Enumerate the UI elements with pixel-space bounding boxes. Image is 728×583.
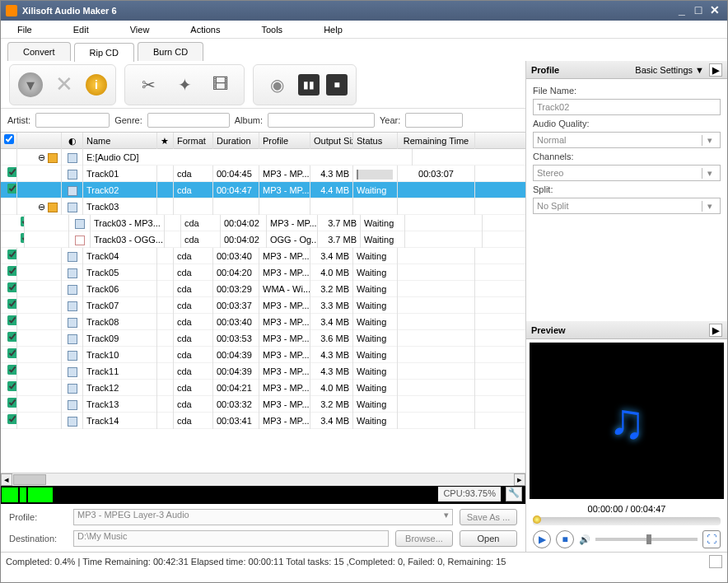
- audio-file-icon: [68, 170, 77, 180]
- audio-file-icon: [68, 334, 77, 344]
- table-row[interactable]: Track12cda00:04:21MP3 - MP...4.0 MBWaiti…: [1, 380, 525, 396]
- row-checkbox[interactable]: [7, 282, 17, 292]
- horizontal-scrollbar[interactable]: ◂ ▸: [1, 473, 525, 486]
- collapse-icon[interactable]: ⊖: [38, 152, 45, 162]
- quality-select[interactable]: Normal▾: [533, 132, 721, 148]
- menu-view[interactable]: View: [130, 25, 150, 35]
- minimize-button[interactable]: _: [674, 5, 689, 16]
- album-input[interactable]: [268, 113, 375, 128]
- snapshot-button[interactable]: ⛶: [702, 530, 721, 548]
- collapse-icon[interactable]: ⊖: [38, 202, 45, 212]
- table-row[interactable]: Track08cda00:03:40MP3 - MP...3.4 MBWaiti…: [1, 314, 525, 330]
- status-icon[interactable]: [709, 555, 722, 568]
- channels-select[interactable]: Stereo▾: [533, 165, 721, 181]
- row-checkbox[interactable]: [7, 167, 17, 177]
- volume-slider[interactable]: [595, 538, 698, 541]
- audio-file-icon: [68, 252, 77, 262]
- preview-time: 00:00:00 / 00:04:47: [526, 502, 727, 515]
- row-checkbox[interactable]: [7, 184, 17, 194]
- split-select[interactable]: No Split▾: [533, 198, 721, 214]
- info-button[interactable]: i: [86, 74, 107, 96]
- profile-select[interactable]: MP3 - MPEG Layer-3 Audio▾: [73, 509, 453, 525]
- row-checkbox[interactable]: [7, 365, 17, 375]
- profile-mode-dropdown[interactable]: Basic Settings ▼: [635, 65, 704, 75]
- track-table: ◐ Name ★ Format Duration Profile Output …: [1, 132, 525, 486]
- tab-convert[interactable]: Convert: [7, 42, 71, 61]
- table-row[interactable]: Track05cda00:04:20MP3 - MP...4.0 MBWaiti…: [1, 264, 525, 281]
- header-checkbox[interactable]: [4, 134, 14, 144]
- stop-preview-button[interactable]: ■: [556, 530, 574, 548]
- menu-file[interactable]: File: [17, 25, 32, 35]
- table-row[interactable]: ⊖ E:[Audio CD]: [1, 149, 525, 166]
- table-row[interactable]: Track10cda00:04:39MP3 - MP...4.3 MBWaiti…: [1, 347, 525, 363]
- col-duration[interactable]: Duration: [213, 133, 259, 149]
- play-button[interactable]: ▶: [533, 530, 551, 548]
- col-profile[interactable]: Profile: [259, 133, 310, 149]
- col-format[interactable]: Format: [174, 133, 213, 149]
- menu-bar: File Edit View Actions Tools Help: [1, 21, 727, 39]
- table-row[interactable]: Track11cda00:04:39MP3 - MP...4.3 MBWaiti…: [1, 363, 525, 380]
- tab-burn-cd[interactable]: Burn CD: [138, 42, 203, 61]
- table-header: ◐ Name ★ Format Duration Profile Output …: [1, 133, 525, 149]
- col-remaining[interactable]: Remaining Time: [398, 133, 475, 149]
- table-row[interactable]: ⊖ Track03: [1, 198, 525, 215]
- save-as-button[interactable]: Save As ...: [460, 509, 517, 525]
- col-name[interactable]: Name: [83, 133, 157, 149]
- volume-icon[interactable]: 🔊: [579, 534, 590, 545]
- tab-rip-cd[interactable]: Rip CD: [74, 43, 134, 62]
- row-checkbox[interactable]: [7, 381, 17, 391]
- stop-button[interactable]: ■: [326, 74, 348, 96]
- artist-input[interactable]: [35, 113, 110, 128]
- effects-button[interactable]: ✦: [170, 70, 199, 100]
- menu-edit[interactable]: Edit: [73, 25, 89, 35]
- maximize-button[interactable]: □: [691, 5, 706, 16]
- pause-button[interactable]: ▮▮: [298, 74, 320, 96]
- row-checkbox[interactable]: [7, 250, 17, 259]
- preview-collapse-icon[interactable]: ▶: [709, 324, 722, 337]
- row-checkbox[interactable]: [7, 414, 17, 424]
- cut-button[interactable]: ✂: [133, 70, 163, 100]
- col-size[interactable]: Output Size: [310, 133, 353, 149]
- table-row[interactable]: Track03 - MP3...cda00:04:02MP3 - MP...3.…: [1, 215, 525, 231]
- genre-label: Genre:: [114, 115, 142, 125]
- table-row[interactable]: Track14cda00:03:41MP3 - MP...3.4 MBWaiti…: [1, 413, 525, 429]
- audio-file-icon: [68, 318, 77, 328]
- row-checkbox[interactable]: [7, 315, 17, 325]
- row-checkbox[interactable]: [7, 299, 17, 309]
- table-row[interactable]: Track13cda00:03:32MP3 - MP...3.2 MBWaiti…: [1, 396, 525, 413]
- genre-input[interactable]: [147, 113, 230, 128]
- profile-panel-title: Profile: [531, 65, 559, 75]
- folder-icon: [48, 203, 58, 212]
- filename-input[interactable]: Track02: [533, 99, 721, 115]
- settings-icon[interactable]: 🔧: [506, 487, 522, 501]
- table-row[interactable]: Track07cda00:03:37MP3 - MP...3.3 MBWaiti…: [1, 297, 525, 314]
- menu-help[interactable]: Help: [324, 25, 343, 35]
- table-row[interactable]: Track06cda00:03:29WMA - Wi...3.2 MBWaiti…: [1, 281, 525, 297]
- panel-collapse-icon[interactable]: ▶: [709, 63, 722, 77]
- row-checkbox[interactable]: [7, 266, 17, 276]
- table-row[interactable]: Track03 - OGG...cda00:04:02OGG - Og...3.…: [1, 231, 525, 248]
- audio-file-icon: [68, 268, 77, 278]
- seek-slider[interactable]: [533, 517, 721, 525]
- table-body[interactable]: ⊖ E:[Audio CD]Track01cda00:04:45MP3 - MP…: [1, 149, 525, 473]
- year-input[interactable]: [405, 113, 463, 128]
- delete-button[interactable]: ✕: [49, 70, 79, 100]
- row-checkbox[interactable]: [7, 398, 17, 408]
- browse-button[interactable]: Browse...: [395, 530, 453, 547]
- profile-label: Profile:: [9, 512, 67, 522]
- col-status[interactable]: Status: [353, 133, 398, 149]
- table-row[interactable]: Track09cda00:03:53MP3 - MP...3.6 MBWaiti…: [1, 330, 525, 347]
- menu-actions[interactable]: Actions: [190, 25, 220, 35]
- table-row[interactable]: Track01cda00:04:45MP3 - MP...4.3 MB00:03…: [1, 166, 525, 182]
- disc-button[interactable]: ▾: [18, 72, 43, 97]
- table-row[interactable]: Track04cda00:03:40MP3 - MP...3.4 MBWaiti…: [1, 248, 525, 264]
- row-checkbox[interactable]: [7, 332, 17, 342]
- open-button[interactable]: Open: [460, 530, 517, 547]
- menu-tools[interactable]: Tools: [261, 25, 282, 35]
- clip-button[interactable]: 🎞: [206, 70, 236, 100]
- close-button[interactable]: ✕: [707, 5, 722, 16]
- table-row[interactable]: Track02cda00:04:47MP3 - MP...4.4 MBWaiti…: [1, 182, 525, 198]
- row-checkbox[interactable]: [7, 348, 17, 358]
- destination-input[interactable]: D:\My Music: [73, 530, 389, 547]
- rip-button[interactable]: ◉: [262, 70, 292, 100]
